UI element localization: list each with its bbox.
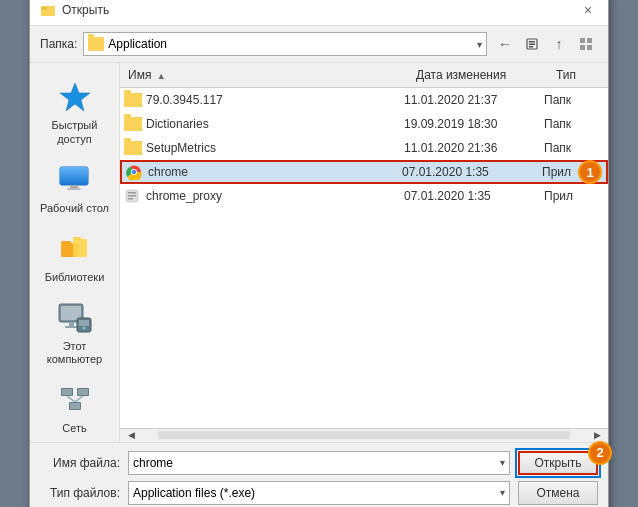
filetype-dropdown-arrow: ▾	[500, 487, 505, 498]
sidebar-item-this-pc[interactable]: Этот компьютер	[35, 294, 115, 372]
desktop-icon	[57, 162, 93, 198]
svg-point-26	[82, 327, 85, 330]
file-date-1: 19.09.2019 18:30	[404, 117, 544, 131]
title-bar-left: Открыть	[40, 2, 109, 18]
up-button[interactable]: ↑	[547, 32, 571, 56]
main-area: Быстрый доступ	[30, 63, 608, 441]
view-button[interactable]	[574, 32, 598, 56]
file-list-header: Имя ▲ Дата изменения Тип	[120, 63, 608, 88]
file-name-3: chrome	[148, 165, 402, 179]
svg-rect-9	[580, 45, 585, 50]
file-type-0: Папк	[544, 93, 604, 107]
file-row-4[interactable]: chrome_proxy 07.01.2020 1:35 Прил	[120, 184, 608, 208]
col-date[interactable]: Дата изменения	[408, 66, 548, 84]
filetype-row: Тип файлов: Application files (*.exe) ▾ …	[40, 481, 598, 505]
step-badge-1: 1	[578, 160, 602, 184]
svg-rect-18	[73, 239, 87, 257]
sidebar-item-network[interactable]: Сеть	[35, 376, 115, 441]
cancel-button[interactable]: Отмена	[518, 481, 598, 505]
file-icon-4	[124, 188, 142, 204]
svg-rect-14	[70, 185, 78, 188]
sidebar-item-desktop[interactable]: Рабочий стол	[35, 156, 115, 221]
scroll-left-button[interactable]: ◀	[124, 428, 138, 442]
file-date-4: 07.01.2020 1:35	[404, 189, 544, 203]
sidebar-item-libraries[interactable]: Библиотеки	[35, 225, 115, 290]
svg-rect-22	[69, 322, 74, 326]
this-pc-icon	[57, 300, 93, 336]
svg-rect-23	[65, 326, 78, 328]
back-button[interactable]: ←	[493, 32, 517, 56]
svg-rect-13	[60, 167, 88, 185]
svg-rect-4	[529, 41, 535, 43]
file-type-2: Папк	[544, 141, 604, 155]
svg-rect-17	[61, 241, 71, 244]
filename-row: Имя файла: chrome ▾ Открыть 2	[40, 451, 598, 475]
path-dropdown-arrow: ▾	[477, 39, 482, 50]
quick-access-icon	[57, 79, 93, 115]
svg-rect-25	[79, 320, 89, 326]
file-row-2[interactable]: SetupMetrics 11.01.2020 21:36 Папк	[120, 136, 608, 160]
forward-button[interactable]	[520, 32, 544, 56]
file-date-3: 07.01.2020 1:35	[402, 165, 542, 179]
file-name-0: 79.0.3945.117	[146, 93, 404, 107]
toolbar-buttons: ← ↑	[493, 32, 598, 56]
close-button[interactable]: ×	[578, 0, 598, 20]
toolbar: Папка: Application ▾ ← ↑	[30, 26, 608, 63]
svg-rect-19	[73, 237, 81, 240]
svg-rect-6	[529, 46, 533, 48]
path-combo[interactable]: Application ▾	[83, 32, 487, 56]
file-row-0[interactable]: 79.0.3945.117 11.01.2020 21:37 Папк	[120, 88, 608, 112]
sort-arrow: ▲	[157, 71, 166, 81]
file-type-4: Прил	[544, 189, 604, 203]
svg-rect-15	[67, 188, 81, 190]
open-button[interactable]: Открыть	[518, 451, 598, 475]
folder-icon-sm-2	[124, 141, 142, 155]
chrome-row-wrapper: chrome 07.01.2020 1:35 Прил 1	[120, 160, 608, 184]
network-icon	[57, 382, 93, 418]
filetype-value: Application files (*.exe)	[133, 486, 255, 500]
svg-rect-39	[128, 192, 136, 194]
svg-line-34	[75, 396, 83, 402]
chrome-icon	[126, 164, 142, 180]
filename-label: Имя файла:	[40, 456, 120, 470]
h-scroll-track[interactable]	[158, 431, 570, 439]
svg-rect-7	[580, 38, 585, 43]
filetype-input[interactable]: Application files (*.exe) ▾	[128, 481, 510, 505]
folder-label: Папка:	[40, 37, 77, 51]
path-folder-icon	[88, 37, 104, 51]
file-type-1: Папк	[544, 117, 604, 131]
folder-icon-sm-1	[124, 117, 142, 131]
scroll-right-button[interactable]: ▶	[590, 428, 604, 442]
file-date-2: 11.01.2020 21:36	[404, 141, 544, 155]
sidebar-item-quick-access-label: Быстрый доступ	[39, 119, 111, 145]
svg-rect-41	[128, 198, 133, 200]
svg-rect-30	[78, 389, 88, 395]
sidebar: Быстрый доступ	[30, 63, 120, 441]
col-name[interactable]: Имя ▲	[120, 66, 408, 84]
open-button-wrapper: Открыть 2	[518, 451, 598, 475]
svg-marker-11	[60, 83, 90, 111]
col-type[interactable]: Тип	[548, 66, 608, 84]
svg-rect-10	[587, 45, 592, 50]
sidebar-item-desktop-label: Рабочий стол	[40, 202, 109, 215]
sidebar-item-quick-access[interactable]: Быстрый доступ	[35, 73, 115, 151]
file-icon-0	[124, 92, 142, 108]
step-badge-2: 2	[588, 441, 612, 465]
svg-point-37	[132, 170, 136, 174]
file-list[interactable]: 79.0.3945.117 11.01.2020 21:37 Папк Dict…	[120, 88, 608, 427]
svg-rect-28	[62, 389, 72, 395]
chrome-proxy-icon	[124, 188, 140, 204]
svg-rect-40	[128, 195, 136, 197]
file-row-3-chrome[interactable]: chrome 07.01.2020 1:35 Прил	[120, 160, 608, 184]
sidebar-item-network-label: Сеть	[62, 422, 86, 435]
file-row-1[interactable]: Dictionaries 19.09.2019 18:30 Папк	[120, 112, 608, 136]
svg-rect-2	[41, 7, 47, 10]
filetype-label: Тип файлов:	[40, 486, 120, 500]
title-bar: Открыть ×	[30, 0, 608, 26]
filename-input[interactable]: chrome ▾	[128, 451, 510, 475]
filename-value: chrome	[133, 456, 173, 470]
file-name-1: Dictionaries	[146, 117, 404, 131]
bottom-bar: Имя файла: chrome ▾ Открыть 2 Тип файлов…	[30, 442, 608, 507]
sidebar-item-this-pc-label: Этот компьютер	[39, 340, 111, 366]
open-dialog: Открыть × Папка: Application ▾ ← ↑	[29, 0, 609, 507]
